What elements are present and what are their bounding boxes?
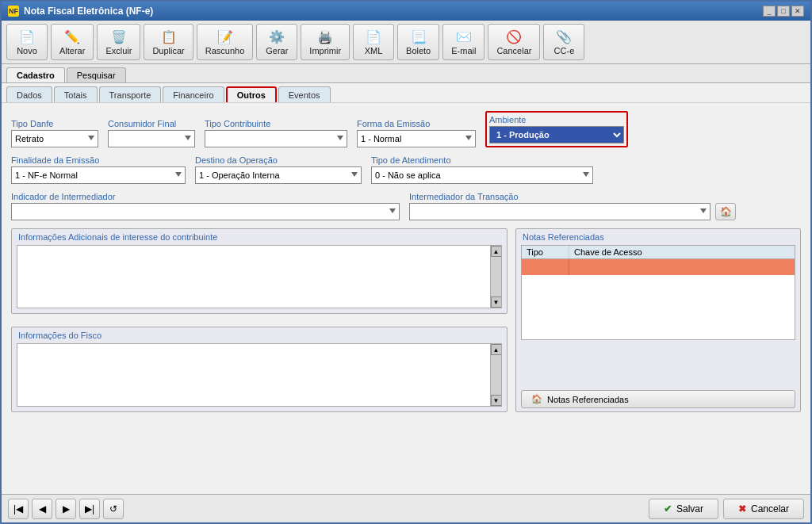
notas-btn-label: Notas Referenciadas — [547, 395, 629, 404]
rascunho-button[interactable]: 📝 Rascunho — [197, 24, 254, 60]
cancel-label: Cancelar — [751, 503, 789, 514]
window-title: Nota Fiscal Eletrônica (NF-e) — [24, 6, 153, 17]
intermediador-transacao-select[interactable] — [409, 203, 710, 220]
gerar-icon: ⚙️ — [269, 29, 285, 44]
email-label: E-mail — [451, 46, 476, 55]
info-adicionais-textarea[interactable] — [17, 246, 490, 308]
tipo-atendimento-label: Tipo de Atendimento — [371, 155, 593, 165]
xml-label: XML — [365, 46, 383, 55]
alterar-button[interactable]: ✏️ Alterar — [51, 24, 94, 60]
app-icon: NF — [8, 6, 19, 17]
excluir-button[interactable]: 🗑️ Excluir — [97, 24, 140, 60]
tipo-danfe-group: Tipo Danfe Retrato Paisagem — [11, 119, 98, 147]
consumidor-final-select[interactable] — [108, 130, 195, 147]
close-button[interactable]: ✕ — [791, 6, 804, 17]
intermediador-search-button[interactable]: 🏠 — [715, 203, 736, 220]
notas-referenciadas-button[interactable]: 🏠 Notas Referenciadas — [521, 390, 795, 408]
finalidade-emissao-label: Finalidade da Emissão — [11, 155, 186, 165]
subtab-outros[interactable]: Outros — [226, 86, 277, 102]
rascunho-label: Rascunho — [205, 46, 245, 55]
form-row-1: Tipo Danfe Retrato Paisagem Consumidor F… — [11, 111, 801, 147]
notas-col-chave: Chave de Acesso — [569, 246, 795, 258]
cancel-button[interactable]: ✖ Cancelar — [723, 499, 804, 519]
nav-refresh-button[interactable]: ↺ — [103, 499, 124, 519]
save-button[interactable]: ✔ Salvar — [649, 499, 718, 519]
novo-label: Novo — [17, 46, 37, 55]
fisco-scrollbar-up-arrow[interactable]: ▲ — [491, 344, 502, 355]
tipo-contribuinte-select[interactable] — [205, 130, 347, 147]
title-controls: _ □ ✕ — [763, 6, 804, 17]
duplicar-button[interactable]: 📋 Duplicar — [144, 24, 193, 60]
cce-button[interactable]: 📎 CC-e — [543, 24, 584, 60]
boleto-button[interactable]: 📃 Boleto — [397, 24, 439, 60]
left-section: Informações Adicionais de interesse do c… — [11, 228, 508, 420]
subtab-eventos[interactable]: Eventos — [278, 86, 331, 102]
notas-col-tipo: Tipo — [522, 246, 569, 258]
xml-button[interactable]: 📄 XML — [353, 24, 394, 60]
subtab-dados[interactable]: Dados — [6, 86, 52, 102]
check-icon: ✔ — [664, 503, 672, 514]
save-label: Salvar — [676, 503, 703, 514]
indicador-intermediador-select[interactable] — [11, 203, 400, 220]
tab-pesquisar[interactable]: Pesquisar — [67, 67, 126, 82]
right-section: Notas Referenciadas Tipo Chave de Acesso — [515, 228, 801, 420]
ambiente-label: Ambiente — [489, 115, 624, 124]
tab-cadastro[interactable]: Cadastro — [6, 67, 65, 82]
forma-emissao-select[interactable]: 1 - Normal 2 - Contingência FS — [357, 130, 476, 147]
cancelar-toolbar-button[interactable]: 🚫 Cancelar — [488, 24, 540, 60]
nav-prev-button[interactable]: ◀ — [32, 499, 52, 519]
fisco-scrollbar-down-arrow[interactable]: ▼ — [491, 395, 502, 406]
tipo-danfe-label: Tipo Danfe — [11, 119, 98, 128]
ambiente-group: Ambiente 1 - Produção 2 - Homologação — [485, 111, 628, 147]
intermediador-transacao-group: Intermediador da Transação 🏠 — [409, 192, 736, 220]
indicador-intermediador-label: Indicador de Intermediador — [11, 192, 400, 201]
excluir-icon: 🗑️ — [111, 29, 127, 44]
main-tabs: Cadastro Pesquisar — [2, 64, 810, 83]
novo-icon: 📄 — [19, 29, 35, 44]
info-fisco-textarea[interactable] — [17, 344, 490, 406]
toolbar: 📄 Novo ✏️ Alterar 🗑️ Excluir 📋 Duplicar … — [2, 21, 810, 64]
subtab-transporte[interactable]: Transporte — [99, 86, 162, 102]
cce-label: CC-e — [554, 46, 575, 55]
nav-last-button[interactable]: ▶| — [79, 499, 100, 519]
notas-row[interactable] — [522, 259, 795, 275]
email-button[interactable]: ✉️ E-mail — [442, 24, 485, 60]
notas-referenciadas-title: Notas Referenciadas — [516, 229, 800, 243]
minimize-button[interactable]: _ — [763, 6, 776, 17]
imprimir-button[interactable]: 🖨️ Imprimir — [301, 24, 350, 60]
tipo-atendimento-select[interactable]: 0 - Não se aplica 1 - Operação Presencia… — [371, 166, 593, 184]
subtab-totais[interactable]: Totais — [54, 86, 98, 102]
destino-operacao-select[interactable]: 1 - Operação Interna 2 - Operação Intere… — [195, 166, 362, 184]
consumidor-final-label: Consumidor Final — [108, 119, 195, 128]
scrollbar-down-arrow[interactable]: ▼ — [491, 296, 502, 308]
notas-header: Tipo Chave de Acesso — [522, 246, 795, 259]
boleto-icon: 📃 — [411, 29, 427, 44]
bottom-content: Informações Adicionais de interesse do c… — [11, 228, 801, 420]
notas-table: Tipo Chave de Acesso — [521, 245, 795, 340]
subtab-financeiro[interactable]: Financeiro — [163, 86, 224, 102]
tipo-atendimento-group: Tipo de Atendimento 0 - Não se aplica 1 … — [371, 155, 593, 184]
nav-next-button[interactable]: ▶ — [56, 499, 76, 519]
scrollbar-up-arrow[interactable]: ▲ — [491, 246, 502, 257]
duplicar-icon: 📋 — [161, 29, 177, 44]
finalidade-emissao-select[interactable]: 1 - NF-e Normal 2 - NF-e Complementar — [11, 166, 186, 184]
tipo-danfe-select[interactable]: Retrato Paisagem — [11, 130, 98, 147]
maximize-button[interactable]: □ — [777, 6, 790, 17]
cancelar-icon: 🚫 — [506, 29, 522, 44]
info-adicionais-scrollbar: ▲ ▼ — [490, 246, 501, 308]
ambiente-select[interactable]: 1 - Produção 2 - Homologação — [489, 126, 624, 143]
novo-button[interactable]: 📄 Novo — [6, 24, 48, 60]
email-icon: ✉️ — [456, 29, 472, 44]
title-bar-left: NF Nota Fiscal Eletrônica (NF-e) — [8, 6, 153, 17]
info-adicionais-box: Informações Adicionais de interesse do c… — [11, 228, 508, 314]
info-adicionais-area: ▲ ▼ — [17, 245, 502, 308]
alterar-icon: ✏️ — [64, 29, 80, 44]
indicador-intermediador-group: Indicador de Intermediador — [11, 192, 400, 220]
info-fisco-title: Informações do Fisco — [12, 327, 507, 342]
nav-first-button[interactable]: |◀ — [8, 499, 29, 519]
info-adicionais-title: Informações Adicionais de interesse do c… — [12, 229, 507, 243]
gerar-button[interactable]: ⚙️ Gerar — [256, 24, 297, 60]
forma-emissao-group: Forma da Emissão 1 - Normal 2 - Contingê… — [357, 119, 476, 147]
title-bar: NF Nota Fiscal Eletrônica (NF-e) _ □ ✕ — [2, 2, 810, 21]
main-window: NF Nota Fiscal Eletrônica (NF-e) _ □ ✕ 📄… — [0, 0, 812, 524]
